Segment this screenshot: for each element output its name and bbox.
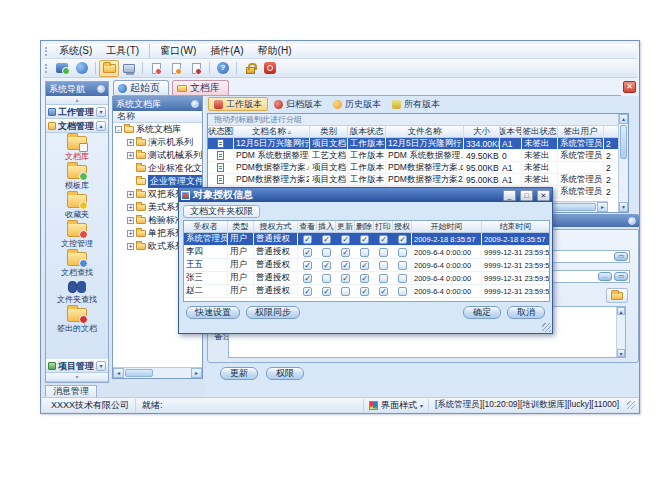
checkbox-unchecked[interactable] [398,274,407,283]
column-header[interactable]: 版本号 [500,126,522,137]
column-header[interactable]: 插入 [317,221,336,232]
permission-sync-button[interactable]: 权限同步 [246,306,300,319]
permission-button[interactable]: 权限 [266,367,304,380]
column-header[interactable]: 删除 [355,221,374,232]
sidebar-item[interactable]: 文控管理 [61,223,93,249]
section-document-management[interactable]: 文档管理 ▴ [46,119,108,133]
column-header[interactable]: 结束时间 [482,221,550,232]
globe-button[interactable] [72,60,92,77]
permission-row[interactable]: 系统管理员 用户 普通授权 ✓✓✓✓✓✓ 2009-2-18 8:35:57 2… [184,233,549,246]
field-picker-icon[interactable]: ▭ [614,272,628,281]
version-tab-button[interactable]: 历史版本 [328,97,386,111]
section-work-management[interactable]: 工作管理 ▾ [46,105,108,119]
column-header[interactable]: 类型 [228,221,254,232]
tree-expander-icon[interactable]: + [127,152,134,159]
checkbox-checked[interactable]: ✓ [341,235,350,244]
column-header[interactable]: 签出状态 [522,126,558,137]
tree-node[interactable]: 企业标准化文件 [113,162,202,175]
checkbox-checked[interactable]: ✓ [303,274,312,283]
document-tab[interactable]: 起始页 [113,80,169,95]
column-header[interactable]: 状态图 [208,126,234,137]
column-header[interactable]: 授权 [393,221,412,232]
checkbox-unchecked[interactable] [341,287,350,296]
menu-item[interactable]: 帮助(H) [251,44,299,58]
property-field[interactable]: … ▭ [548,270,630,283]
menu-item[interactable]: 插件(A) [203,44,250,58]
pushpin-icon[interactable] [191,100,199,108]
checkbox-checked[interactable]: ✓ [322,235,331,244]
document-row[interactable]: PDM数据整理方案2.doc 项目文档 工作版本 PDM数据整理方案2.doc … [208,174,618,186]
group-by-bar[interactable]: 拖动列标题到此进行分组 [208,114,618,126]
checkbox-checked[interactable]: ✓ [360,235,369,244]
dialog-titlebar[interactable]: 对象授权信息 _ □ ✕ [179,188,552,202]
checkbox-unchecked[interactable] [360,248,369,257]
scroll-up-icon[interactable]: ▴ [617,307,625,315]
toolbar-grip[interactable] [45,64,48,73]
checkbox-unchecked[interactable] [379,274,388,283]
checkbox-checked[interactable]: ✓ [303,287,312,296]
document-tab[interactable]: 文档库 [172,80,229,95]
exit-button[interactable] [260,60,280,77]
tree-expander-icon[interactable]: + [127,243,134,250]
list-vertical-scrollbar[interactable]: ▴ ▾ [618,114,628,212]
menu-item[interactable]: 工具(T) [99,44,146,58]
tree-expander-icon[interactable]: + [127,139,134,146]
tree-expander-icon[interactable]: + [127,230,134,237]
checkbox-unchecked[interactable] [379,248,388,257]
ui-style-dropdown[interactable]: 界面样式 ▾ [363,399,428,412]
textarea-scrollbar[interactable]: ▴ ▾ [616,307,625,357]
checkbox-checked[interactable]: ✓ [322,287,331,296]
tree-column-header[interactable]: 名称 [113,111,202,123]
scroll-left-icon[interactable]: ◂ [113,368,124,378]
tree-expander-icon[interactable]: + [127,204,134,211]
document-edit-button[interactable] [166,60,186,77]
scroll-up-icon[interactable]: ▴ [619,114,628,124]
scroll-down-icon[interactable]: ▾ [617,349,625,357]
ok-button[interactable]: 确定 [463,306,501,319]
column-header[interactable]: 文档名称 [234,126,310,137]
column-header[interactable]: 开始时间 [412,221,482,232]
column-header[interactable]: 打印 [374,221,393,232]
permission-row[interactable]: 张三 用户 普通授权 ✓✓✓ 2009-6-4 0:00:00 9999-12-… [184,272,549,285]
nav-header[interactable]: 系统导航 [46,82,108,96]
close-icon[interactable]: ✕ [537,190,550,201]
maximize-icon[interactable]: □ [520,190,533,201]
document-new-button[interactable] [146,60,166,77]
sidebar-item[interactable]: 收藏夹 [65,194,89,220]
column-header[interactable]: 大小 [464,126,500,137]
tree-expander-icon[interactable]: - [115,126,122,133]
scroll-right-icon[interactable]: ▸ [597,202,608,212]
checkbox-checked[interactable]: ✓ [379,235,388,244]
tree-expander-icon[interactable] [127,178,134,185]
permission-row[interactable]: 李四 用户 普通授权 ✓✓ 2009-6-4 0:00:00 9999-12-3… [184,246,549,259]
column-header[interactable]: 更新 [336,221,355,232]
tree-node[interactable]: + 测试机械系列 [113,149,202,162]
tree-expander-icon[interactable]: + [127,191,134,198]
checkbox-checked[interactable]: ✓ [341,261,350,270]
close-tab-icon[interactable]: ✕ [623,81,636,93]
version-tab-button[interactable]: 所有版本 [387,97,445,111]
scroll-right-icon[interactable]: ▸ [191,368,202,378]
pushpin-icon[interactable] [97,85,105,93]
expand-strip[interactable]: ▾ [46,373,108,382]
checkbox-unchecked[interactable] [398,261,407,270]
checkbox-checked[interactable]: ✓ [379,287,388,296]
chevron-down-icon[interactable]: ▾ [96,361,106,371]
column-header[interactable] [604,126,618,137]
checkbox-checked[interactable]: ✓ [398,235,407,244]
permission-row[interactable]: 王五 用户 普通授权 ✓✓✓✓ 2009-6-4 0:00:00 9999-12… [184,259,549,272]
checkbox-checked[interactable]: ✓ [303,248,312,257]
quick-setup-button[interactable]: 快速设置 [186,306,240,319]
checkbox-unchecked[interactable] [398,248,407,257]
ellipsis-icon[interactable]: … [598,272,612,281]
permission-row[interactable]: 赵二 用户 普通授权 ✓✓✓✓ 2009-6-4 0:00:00 9999-12… [184,285,549,298]
minimize-icon[interactable]: _ [503,190,516,201]
checkbox-unchecked[interactable] [379,261,388,270]
tree-expander-icon[interactable] [127,165,134,172]
checkbox-checked[interactable]: ✓ [303,235,312,244]
sidebar-item[interactable]: 文件夹查找 [57,281,97,305]
checkbox-checked[interactable]: ✓ [360,261,369,270]
column-header[interactable]: 类别 [310,126,348,137]
resize-grip[interactable] [542,323,551,332]
lock-button[interactable] [240,60,260,77]
